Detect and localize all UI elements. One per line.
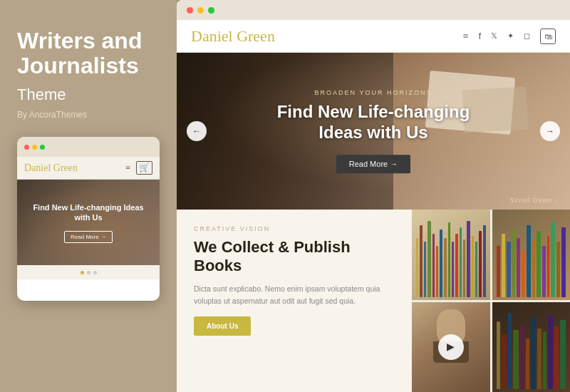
browser-dot-minimize[interactable]: [197, 7, 204, 14]
mobile-hero-content: Find New Life-changing Ideas with Us Rea…: [17, 202, 160, 243]
browser-dot-maximize[interactable]: [208, 7, 214, 14]
hero-content: Broaden Your Horizons Find New Life-chan…: [275, 89, 472, 173]
hero-read-more-button[interactable]: Read More →: [336, 155, 410, 173]
twitter-icon[interactable]: 𝕏: [491, 31, 497, 41]
site-navbar: Daniel Green ≡ f 𝕏 ✦ ◻ 🛍: [177, 20, 570, 53]
hero-title: Find New Life-changing Ideas with Us: [275, 102, 472, 143]
dot-1: [87, 271, 90, 274]
mobile-hero: Find New Life-changing Ideas with Us Rea…: [17, 180, 160, 265]
author-label: By AncoraThemes: [17, 110, 160, 120]
grid-cell-scene: [492, 302, 571, 393]
instagram-icon[interactable]: ◻: [524, 31, 530, 41]
content-left: Creative Vision We Collect & Publish Boo…: [177, 210, 412, 392]
hero-next-button[interactable]: →: [540, 121, 560, 141]
browser-chrome: [177, 0, 570, 20]
main-subtitle: Theme: [17, 86, 160, 104]
mobile-dot-red: [24, 145, 29, 150]
left-panel: Writers and Journalists Theme By AncoraT…: [0, 0, 177, 392]
dot-2: [93, 271, 97, 274]
mobile-logo: Daniel Green: [24, 163, 78, 174]
browser-dot-close[interactable]: [187, 7, 193, 14]
hero-prev-button[interactable]: ←: [187, 121, 207, 141]
content-heading: We Collect & Publish Books: [194, 238, 395, 276]
mobile-nav: Daniel Green ≡ 🛒: [17, 157, 160, 180]
play-button[interactable]: ▶: [438, 334, 464, 360]
grid-cell-bookshelf: [412, 210, 490, 300]
grid-cell-books-2: [492, 210, 571, 300]
facebook-icon[interactable]: f: [479, 31, 481, 41]
hero-sublabel: Broaden Your Horizons: [275, 89, 472, 96]
mobile-bottom-dots: [17, 265, 160, 279]
content-section: Creative Vision We Collect & Publish Boo…: [177, 210, 570, 392]
content-body: Dicta sunt explicabo. Nemo enim ipsam vo…: [194, 283, 395, 307]
hero-section: Broaden Your Horizons Find New Life-chan…: [177, 53, 570, 210]
site-nav-right: ≡ f 𝕏 ✦ ◻ 🛍: [463, 29, 556, 44]
image-grid: ▶: [412, 210, 570, 392]
hamburger-icon[interactable]: ≡: [463, 31, 469, 42]
mobile-top-bar: [17, 137, 160, 157]
mobile-read-more-button[interactable]: Read More →: [64, 231, 113, 243]
mobile-menu-icon: ≡: [125, 163, 130, 173]
cart-icon[interactable]: 🛍: [540, 29, 556, 44]
browser-window: Daniel Green ≡ f 𝕏 ✦ ◻ 🛍 Broaden Your Ho…: [177, 0, 570, 392]
mobile-cart-icon: 🛒: [136, 161, 152, 175]
mobile-nav-icons: ≡ 🛒: [125, 161, 152, 175]
dot-active: [81, 271, 84, 274]
mobile-hero-title: Find New Life-changing Ideas with Us: [26, 202, 151, 223]
site-logo: Daniel Green: [191, 27, 275, 46]
grid-cell-portrait: ▶: [412, 302, 490, 393]
grid-overlay: [492, 302, 571, 393]
creative-vision-label: Creative Vision: [194, 225, 395, 232]
mobile-dot-yellow: [32, 145, 37, 150]
scroll-down-label: Scroll Down ↓: [510, 197, 559, 204]
mobile-dot-green: [40, 145, 45, 150]
mobile-dots: [24, 145, 45, 150]
pinterest-icon[interactable]: ✦: [507, 31, 514, 41]
about-us-button[interactable]: About Us: [194, 316, 251, 336]
mobile-preview: Daniel Green ≡ 🛒 Find New Life-changing …: [17, 137, 160, 301]
main-title: Writers and Journalists: [17, 29, 160, 78]
